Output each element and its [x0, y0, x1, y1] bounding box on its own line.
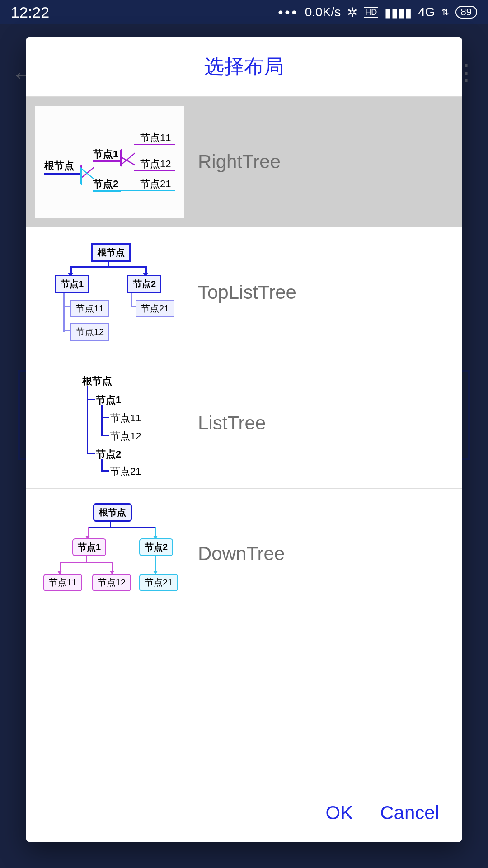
status-bar: 12:22 ••• 0.0K/s ✲ HD ▮▮▮▮ 4G ⇅ 89 [0, 0, 488, 24]
node-n12: 节点12 [70, 323, 109, 341]
node-n12: 节点12 [110, 429, 141, 443]
hd-icon: HD [364, 7, 378, 18]
signal-icon: ▮▮▮▮ [385, 5, 412, 20]
node-n1: 节点1 [93, 147, 118, 161]
downtree-thumbnail: 根节点 节点1 节点2 节点11 节点12 节点21 [35, 498, 184, 610]
layout-option-toplisttree[interactable]: 根节点 节点1 节点2 节点11 节点12 节点21 TopListTree [26, 227, 462, 358]
cancel-button[interactable]: Cancel [380, 802, 439, 824]
network-speed: 0.0K/s [305, 5, 341, 19]
node-n11: 节点11 [70, 300, 109, 317]
node-n12: 节点12 [140, 157, 171, 171]
node-n1: 节点1 [72, 538, 106, 556]
dialog-title: 选择布局 [26, 37, 462, 97]
up-down-icon: ⇅ [441, 7, 449, 18]
layout-option-label: RightTree [198, 151, 281, 173]
layout-picker-dialog: 选择布局 根节点 节点1 节点2 节点11 节点12 节点21 RightTre… [26, 37, 462, 842]
network-type: 4G [418, 5, 435, 19]
node-root: 根节点 [82, 374, 112, 388]
node-n21: 节点21 [139, 574, 178, 591]
node-n12: 节点12 [92, 574, 131, 591]
ok-button[interactable]: OK [326, 802, 353, 824]
node-n2: 节点2 [96, 448, 121, 461]
node-root: 根节点 [93, 503, 132, 522]
node-n2: 节点2 [139, 538, 173, 556]
node-n21: 节点21 [136, 300, 174, 317]
node-n11: 节点11 [43, 574, 82, 591]
node-n2: 节点2 [93, 177, 118, 191]
listtree-thumbnail: 根节点 节点1 节点11 节点12 节点2 节点21 [35, 367, 184, 479]
node-root: 根节点 [44, 159, 74, 173]
node-n11: 节点11 [110, 411, 141, 425]
node-n1: 节点1 [55, 275, 89, 293]
bluetooth-icon: ✲ [347, 5, 357, 20]
node-n1: 节点1 [96, 393, 121, 407]
more-dots-icon: ••• [278, 4, 299, 21]
node-root: 根节点 [91, 243, 131, 262]
layout-option-righttree[interactable]: 根节点 节点1 节点2 节点11 节点12 节点21 RightTree [26, 97, 462, 227]
layout-option-label: ListTree [198, 412, 266, 434]
node-n11: 节点11 [140, 131, 171, 145]
righttree-thumbnail: 根节点 节点1 节点2 节点11 节点12 节点21 [35, 106, 184, 218]
layout-option-label: TopListTree [198, 282, 296, 303]
layout-options-list: 根节点 节点1 节点2 节点11 节点12 节点21 RightTree [26, 97, 462, 788]
node-n2: 节点2 [127, 275, 161, 293]
toplisttree-thumbnail: 根节点 节点1 节点2 节点11 节点12 节点21 [35, 236, 184, 349]
battery-badge: 89 [455, 6, 477, 19]
node-n21: 节点21 [140, 177, 171, 191]
dialog-actions: OK Cancel [26, 788, 462, 842]
status-time: 12:22 [11, 4, 49, 21]
node-n21: 节点21 [110, 465, 141, 478]
status-right: ••• 0.0K/s ✲ HD ▮▮▮▮ 4G ⇅ 89 [278, 4, 477, 21]
layout-option-listtree[interactable]: 根节点 节点1 节点11 节点12 节点2 节点21 ListTree [26, 358, 462, 489]
layout-option-label: DownTree [198, 543, 285, 565]
layout-option-downtree[interactable]: 根节点 节点1 节点2 节点11 节点12 节点21 DownTree [26, 489, 462, 619]
